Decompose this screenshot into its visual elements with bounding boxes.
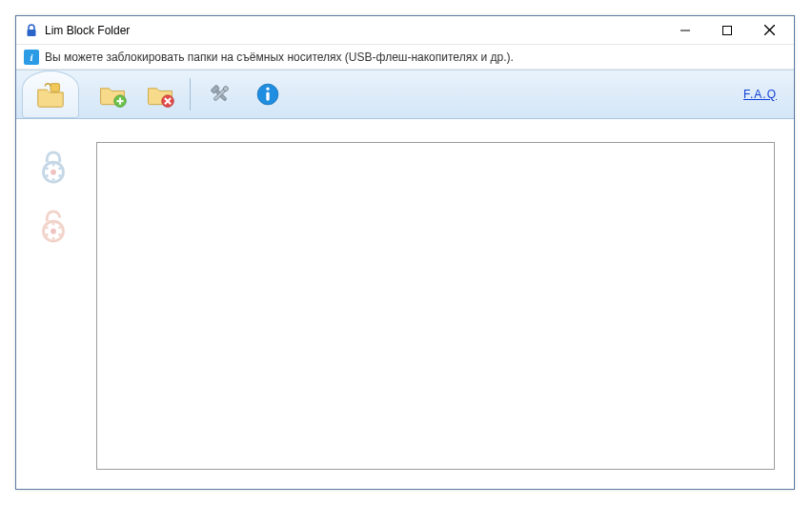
svg-point-26 xyxy=(46,167,49,170)
info-text: Вы можете заблокировать папки на съёмных… xyxy=(45,50,514,64)
svg-point-34 xyxy=(46,226,49,229)
folder-list[interactable] xyxy=(96,142,775,470)
svg-point-31 xyxy=(58,233,61,236)
svg-rect-2 xyxy=(723,26,732,34)
svg-rect-5 xyxy=(51,84,59,92)
info-bar: i Вы можете заблокировать папки на съёмн… xyxy=(16,45,794,70)
add-folder-button[interactable] xyxy=(92,74,132,114)
maximize-button[interactable] xyxy=(706,17,748,44)
unlock-action-button[interactable] xyxy=(34,207,72,245)
svg-point-32 xyxy=(52,237,55,240)
unlock-folder-button[interactable] xyxy=(22,71,79,118)
remove-folder-button[interactable] xyxy=(140,74,180,114)
svg-point-28 xyxy=(51,229,56,234)
svg-point-21 xyxy=(52,164,55,167)
svg-point-20 xyxy=(51,170,56,175)
app-window: Lim Block Folder i Вы можете заблокирова… xyxy=(15,15,795,490)
svg-point-17 xyxy=(266,88,269,91)
lock-action-button[interactable] xyxy=(34,148,72,186)
lock-icon xyxy=(24,23,39,38)
svg-point-30 xyxy=(58,226,61,229)
svg-rect-18 xyxy=(266,92,269,101)
titlebar: Lim Block Folder xyxy=(16,16,794,45)
toolbar: F.A.Q xyxy=(16,70,794,119)
minimize-button[interactable] xyxy=(664,17,706,44)
faq-link[interactable]: F.A.Q xyxy=(743,88,777,101)
info-icon: i xyxy=(24,50,39,65)
svg-point-22 xyxy=(58,167,61,170)
svg-rect-0 xyxy=(28,30,36,36)
svg-point-24 xyxy=(52,178,55,181)
window-title: Lim Block Folder xyxy=(45,24,130,37)
info-button[interactable] xyxy=(248,74,288,114)
svg-point-29 xyxy=(52,223,55,226)
close-button[interactable] xyxy=(748,17,790,44)
side-panel xyxy=(28,142,79,470)
content-area xyxy=(16,119,794,489)
svg-point-23 xyxy=(58,174,61,177)
svg-point-25 xyxy=(46,174,49,177)
svg-point-33 xyxy=(46,233,49,236)
toolbar-separator xyxy=(190,78,191,111)
settings-button[interactable] xyxy=(200,74,240,114)
